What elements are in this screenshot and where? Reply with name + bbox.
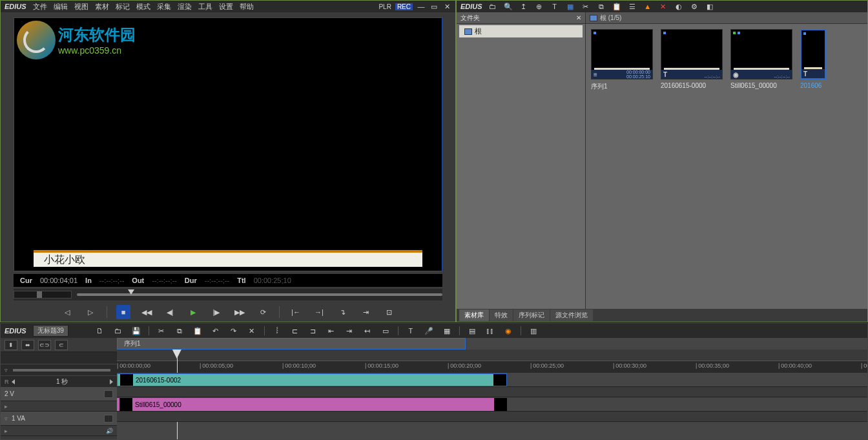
insert-button[interactable]: ↴ (335, 305, 349, 319)
tc-out-value[interactable]: --:--:--;-- (152, 277, 176, 284)
speaker-icon[interactable]: 🔊 (106, 428, 113, 434)
ripple-delete-icon[interactable]: ✕ (246, 325, 258, 337)
track-v2-lane[interactable]: 20160615-0002 (117, 373, 867, 387)
tc-ttl-value[interactable]: 00:00:25;10 (254, 277, 291, 284)
export-button[interactable]: ⊡ (382, 305, 396, 319)
overwrite-mode-icon[interactable]: ⬌ (21, 340, 34, 350)
clip-va1[interactable]: Still0615_00000 (117, 398, 507, 411)
tab-source-browser[interactable]: 源文件浏览 (550, 309, 593, 321)
ungroup-icon[interactable]: ⊐ (307, 325, 319, 337)
stop-button[interactable]: ■ (116, 305, 130, 319)
menu-view[interactable]: 视图 (74, 2, 88, 12)
overwrite-button[interactable]: ⇥ (358, 305, 373, 319)
properties-icon[interactable]: ▦ (565, 1, 575, 12)
track-va1-lane[interactable]: Still0615_00000 (117, 397, 867, 412)
clip-thumb[interactable]: ◉--:--:--:-- Still0615_00000 (730, 29, 792, 89)
export-icon[interactable]: ▦ (441, 325, 453, 337)
set-in-button[interactable]: ◁ (60, 305, 74, 319)
rewind-button[interactable]: ◀◀ (140, 305, 154, 319)
scrub-marker-icon[interactable] (128, 289, 134, 295)
tc-cur-value[interactable]: 00:00:04;01 (40, 277, 78, 284)
menu-clip[interactable]: 素材 (95, 2, 109, 12)
track-header-va1-sub[interactable]: ▸🔊 (1, 426, 117, 436)
render-icon[interactable]: ▤ (466, 325, 478, 337)
next-edit-button[interactable]: →| (312, 305, 326, 319)
folder-root[interactable]: 根 (459, 25, 583, 37)
sequence-tab[interactable]: 序列1 (117, 338, 466, 350)
track-header-v2-sub[interactable]: ▸ (1, 401, 117, 412)
trim-in-icon[interactable]: ⇤ (326, 325, 337, 337)
open-icon[interactable]: 🗀 (112, 325, 124, 337)
clip-thumb[interactable]: ≡00:00:00:0000:00:25:10 序列1 (591, 29, 653, 91)
cut-icon[interactable]: ✂ (581, 1, 591, 12)
view-icon[interactable]: ☰ (627, 1, 637, 12)
group-icon[interactable]: ⊏ (289, 325, 301, 337)
tab-sequence-markers[interactable]: 序列标记 (513, 309, 550, 321)
menu-tools[interactable]: 工具 (198, 2, 212, 12)
jog-control[interactable] (14, 291, 72, 299)
paste-icon[interactable]: 📋 (192, 325, 203, 337)
track-toggle-icon[interactable] (104, 390, 113, 398)
play-button[interactable]: ▶ (186, 305, 200, 319)
clip-thumb[interactable]: T--:--:--:-- 20160615-0000 (661, 29, 723, 89)
menu-file[interactable]: 文件 (33, 2, 47, 12)
rec-label[interactable]: REC (395, 3, 413, 10)
add-transition-icon[interactable]: ▭ (380, 325, 391, 337)
sort-icon[interactable]: ▲ (643, 1, 653, 12)
settings-icon[interactable]: ⚙ (689, 1, 699, 12)
prev-frame-button[interactable]: ◀| (163, 305, 177, 319)
menu-marker[interactable]: 标记 (116, 2, 130, 12)
up-icon[interactable]: ↥ (519, 1, 529, 12)
scale-next-icon[interactable] (110, 379, 113, 384)
menu-help[interactable]: 帮助 (240, 2, 254, 12)
insert-mode-icon[interactable]: ⬍ (5, 340, 17, 350)
save-icon[interactable]: 💾 (130, 325, 142, 337)
timeline-canvas[interactable]: 序列1 00:00:00;0000:00:05;0000:00:10;0000:… (117, 338, 867, 439)
preview-monitor[interactable]: 河东软件园 www.pc0359.cn 小花小欧 (14, 17, 442, 271)
folder-icon[interactable]: 🗀 (488, 1, 498, 12)
copy-icon[interactable]: ⧉ (174, 325, 185, 337)
minimize-button[interactable]: — (417, 2, 426, 11)
redo-icon[interactable]: ↷ (228, 325, 240, 337)
track-header-va1[interactable]: ▿ 1 VA (1, 412, 117, 426)
delete-gap-icon[interactable]: ↤ (362, 325, 373, 337)
loop-button[interactable]: ⟳ (256, 305, 270, 319)
close-button[interactable]: ✕ (442, 2, 451, 11)
color-wheel-icon[interactable]: ◉ (502, 325, 514, 337)
voiceover-icon[interactable]: 🎤 (423, 325, 435, 337)
project-title[interactable]: 无标题39 (33, 325, 68, 337)
search-icon[interactable]: 🔍 (503, 1, 513, 12)
menu-render[interactable]: 渲染 (178, 2, 192, 12)
undo-icon[interactable]: ↶ (210, 325, 222, 337)
track-toggle-icon[interactable] (104, 415, 113, 423)
title-icon[interactable]: T (550, 1, 560, 12)
detach-icon[interactable]: ◧ (705, 1, 715, 12)
delete-icon[interactable]: ✕ (658, 1, 668, 12)
snap-icon[interactable]: ⊂⊃ (38, 340, 51, 350)
scrub-track[interactable] (77, 293, 442, 296)
mixer-icon[interactable]: ⫿⫿ (484, 325, 496, 337)
title-tool-icon[interactable]: T (405, 325, 417, 337)
trim-out-icon[interactable]: ⇥ (344, 325, 355, 337)
clip-thumb[interactable]: T 201606 (800, 29, 862, 89)
clip-v2[interactable]: 20160615-0002 (117, 373, 507, 386)
tc-in-value[interactable]: --:--:--;-- (99, 277, 124, 284)
magnet-icon[interactable]: ⊂ (55, 340, 68, 350)
tab-clip-library[interactable]: 素材库 (459, 309, 489, 321)
timeline-ruler[interactable]: 00:00:00;0000:00:05;0000:00:10;0000:00:1… (117, 350, 867, 373)
color-icon[interactable]: ◐ (674, 1, 684, 12)
paste-icon[interactable]: 📋 (612, 1, 622, 12)
close-icon[interactable]: ✕ (576, 14, 581, 21)
add-folder-icon[interactable]: ⊕ (534, 1, 544, 12)
maximize-button[interactable]: ▭ (429, 2, 439, 11)
tc-dur-value[interactable]: --:--:--;-- (205, 277, 229, 284)
scale-prev-icon[interactable] (12, 379, 15, 384)
next-frame-button[interactable]: |▶ (209, 305, 223, 319)
plr-label[interactable]: PLR (378, 3, 391, 10)
menu-settings[interactable]: 设置 (219, 2, 233, 12)
scale-label[interactable]: 1 秒 (17, 377, 108, 386)
set-out-button[interactable]: ▷ (83, 305, 98, 319)
track-header-v2[interactable]: 2 V (1, 387, 117, 401)
menu-mode[interactable]: 模式 (136, 2, 150, 12)
menu-edit[interactable]: 编辑 (54, 2, 68, 12)
